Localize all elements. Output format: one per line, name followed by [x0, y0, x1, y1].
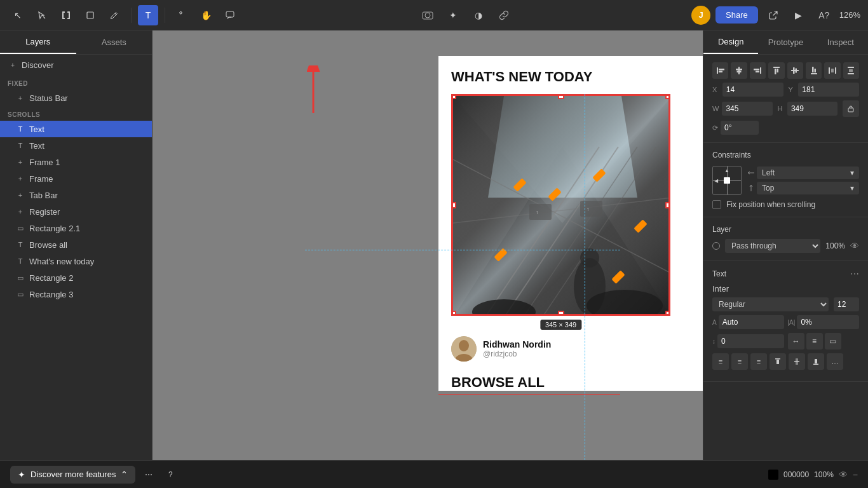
tab-bar-icon: + — [15, 190, 25, 200]
handle-mid-left[interactable] — [451, 202, 456, 208]
text-tool-button[interactable]: T — [138, 5, 158, 25]
help-question-btn[interactable]: ? — [162, 466, 179, 483]
shape-tool-button[interactable] — [80, 5, 100, 25]
components-tool-button[interactable] — [172, 5, 192, 25]
text-align-left-btn[interactable]: ≡ — [712, 353, 729, 370]
line-height-input[interactable] — [717, 334, 784, 348]
y-input[interactable] — [798, 83, 859, 97]
svg-rect-33 — [580, 201, 602, 217]
sidebar-item-status-bar[interactable]: + Status Bar — [0, 90, 152, 106]
accessibility-button[interactable]: A? — [814, 5, 834, 25]
fix-position-checkbox[interactable] — [712, 200, 721, 209]
font-size-input[interactable] — [834, 297, 859, 311]
text-arrows-btn[interactable]: ↔ — [788, 333, 804, 349]
sparkle-icon: ✦ — [18, 470, 25, 480]
link-tool-button[interactable] — [494, 5, 514, 25]
line-height-icon: ↕ — [712, 338, 715, 345]
rotation-input[interactable] — [721, 121, 759, 135]
text-more-btn[interactable]: … — [827, 353, 843, 370]
play-button[interactable]: ▶ — [789, 5, 809, 25]
sidebar-item-text-0[interactable]: T Text — [0, 121, 152, 137]
select-tool-button[interactable] — [32, 5, 52, 25]
horizontal-constraint-select[interactable]: Left ▾ — [757, 166, 859, 179]
canvas[interactable]: WHAT'S NEW TODAY — [153, 30, 703, 460]
sidebar-item-rectangle-2-1[interactable]: ▭ Rectangle 2.1 — [0, 220, 152, 236]
layer-section: Layer Pass through 100% 👁 — [703, 217, 868, 261]
text-box-btn[interactable]: ▭ — [825, 333, 841, 349]
svg-rect-48 — [756, 71, 759, 73]
sidebar-item-frame-1[interactable]: + Frame 1 — [0, 154, 152, 170]
handle-top-left[interactable] — [451, 94, 456, 99]
w-input[interactable] — [722, 102, 772, 116]
text-options-icon[interactable]: ⋯ — [850, 269, 859, 279]
align-left-btn[interactable] — [712, 62, 728, 79]
help-options-btn[interactable]: ⋯ — [140, 466, 157, 483]
x-input[interactable] — [722, 83, 783, 97]
text-align-bottom-btn[interactable] — [808, 353, 824, 370]
text-align-center-btn[interactable]: ≡ — [731, 353, 748, 370]
align-right-btn[interactable] — [750, 62, 766, 79]
eye-icon[interactable]: 👁 — [839, 470, 848, 480]
auto-input[interactable] — [719, 315, 784, 329]
text-align-top-btn[interactable] — [770, 353, 786, 370]
frame-tool-button[interactable] — [56, 5, 76, 25]
tab-layers[interactable]: Layers — [0, 30, 76, 54]
discover-more-button[interactable]: ✦ Discover more features ⌃ — [10, 466, 135, 484]
tab-design[interactable]: Design — [703, 30, 758, 54]
blend-mode-select[interactable]: Pass through — [725, 239, 820, 253]
sidebar-item-tab-bar[interactable]: + Tab Bar — [0, 187, 152, 203]
visibility-toggle[interactable]: 👁 — [850, 241, 859, 251]
h-input[interactable] — [787, 102, 837, 116]
minus-icon[interactable]: − — [853, 470, 858, 480]
align-center-v-btn[interactable] — [787, 62, 803, 79]
contrast-tool-button[interactable]: ◑ — [468, 5, 489, 25]
handle-top-mid[interactable] — [558, 94, 564, 99]
letter-spacing-input[interactable] — [797, 315, 859, 329]
font-style-select[interactable]: Regular Bold Italic — [712, 297, 829, 311]
link-external-button[interactable] — [763, 5, 783, 25]
lock-ratio-btn[interactable] — [843, 100, 859, 117]
text-align-right-btn[interactable]: ≡ — [750, 353, 767, 370]
svg-rect-61 — [848, 67, 854, 68]
comment-tool-button[interactable] — [220, 5, 240, 25]
text-align-middle-btn[interactable] — [789, 353, 805, 370]
mask-tool-button[interactable] — [417, 5, 438, 25]
tab-assets[interactable]: Assets — [76, 30, 153, 54]
red-guide-line — [438, 394, 620, 395]
svg-rect-41 — [719, 69, 724, 71]
move-tool-button[interactable]: ↖ — [8, 5, 28, 25]
share-button[interactable]: Share — [715, 6, 758, 24]
sidebar-item-rectangle-2[interactable]: ▭ Rectangle 2 — [0, 269, 152, 286]
sidebar-root-discover[interactable]: + Discover — [0, 55, 152, 75]
boolean-tool-button[interactable]: ✦ — [443, 5, 463, 25]
align-top-btn[interactable] — [768, 62, 784, 79]
distribute-h-btn[interactable] — [824, 62, 840, 79]
svg-rect-49 — [773, 67, 780, 68]
sidebar-item-browse-all[interactable]: T Browse all — [0, 236, 152, 253]
tab-inspect[interactable]: Inspect — [813, 30, 868, 54]
sidebar-item-rectangle-3[interactable]: ▭ Rectangle 3 — [0, 286, 152, 302]
text-align-justify-btn[interactable]: ≡ — [806, 333, 823, 349]
pencil-tool-button[interactable] — [104, 5, 125, 25]
align-center-h-btn[interactable] — [731, 62, 747, 79]
align-bottom-btn[interactable] — [806, 62, 822, 79]
hand-tool-button[interactable]: ✋ — [196, 5, 216, 25]
x-label: X — [712, 86, 720, 93]
vertical-constraint-select[interactable]: Top ▾ — [757, 182, 859, 194]
toolbar-left: ↖ T ✋ — [8, 5, 240, 25]
right-panel-tabs: Design Prototype Inspect — [703, 30, 868, 55]
sidebar-item-frame[interactable]: + Frame — [0, 170, 152, 187]
selected-image-wrapper[interactable]: ↑ ↑ — [451, 94, 670, 316]
svg-rect-2 — [62, 18, 65, 19]
profile-name: Ridhwan Nordin — [483, 339, 551, 349]
distribute-v-btn[interactable] — [843, 62, 859, 79]
zoom-level: 126% — [839, 10, 860, 20]
sidebar-item-text-1[interactable]: T Text — [0, 137, 152, 154]
constraint-dropdowns: Left ▾ Top ▾ — [748, 166, 859, 194]
opacity-val: 100% — [814, 470, 834, 479]
sidebar-item-whats-new-today[interactable]: T What's new today — [0, 253, 152, 269]
svg-rect-54 — [796, 69, 797, 73]
sidebar-item-register[interactable]: + Register — [0, 203, 152, 220]
tab-prototype[interactable]: Prototype — [758, 30, 813, 54]
opacity-value: 100% — [825, 241, 845, 250]
